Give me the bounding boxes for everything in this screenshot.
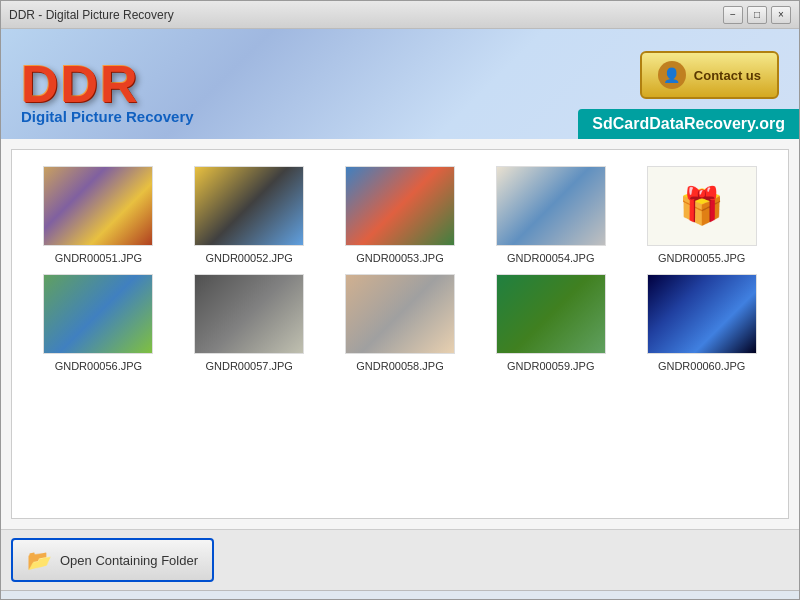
image-grid: GNDR00051.JPGGNDR00052.JPGGNDR00053.JPGG… [12, 150, 788, 388]
close-button[interactable]: × [771, 6, 791, 24]
image-thumbnail [345, 166, 455, 246]
image-thumbnail [43, 274, 153, 354]
header: DDR Digital Picture Recovery 👤 Contact u… [1, 29, 799, 139]
list-item[interactable]: 🎁GNDR00055.JPG [631, 166, 772, 264]
list-item[interactable]: GNDR00053.JPG [330, 166, 471, 264]
image-label: GNDR00059.JPG [507, 360, 594, 372]
image-thumbnail [496, 274, 606, 354]
image-thumbnail [194, 166, 304, 246]
image-thumbnail [647, 274, 757, 354]
open-folder-label: Open Containing Folder [60, 553, 198, 568]
list-item[interactable]: GNDR00058.JPG [330, 274, 471, 372]
list-item[interactable]: GNDR00056.JPG [28, 274, 169, 372]
list-item[interactable]: GNDR00054.JPG [480, 166, 621, 264]
image-label: GNDR00058.JPG [356, 360, 443, 372]
image-thumbnail [43, 166, 153, 246]
image-label: GNDR00060.JPG [658, 360, 745, 372]
minimize-button[interactable]: − [723, 6, 743, 24]
image-thumbnail [345, 274, 455, 354]
website-banner: SdCardDataRecovery.org [578, 109, 799, 139]
list-item[interactable]: GNDR00057.JPG [179, 274, 320, 372]
title-bar: DDR - Digital Picture Recovery − □ × [1, 1, 799, 29]
list-item[interactable]: GNDR00060.JPG [631, 274, 772, 372]
contact-button[interactable]: 👤 Contact us [640, 51, 779, 99]
folder-icon: 📂 [27, 548, 52, 572]
contact-label: Contact us [694, 68, 761, 83]
image-grid-container[interactable]: GNDR00051.JPGGNDR00052.JPGGNDR00053.JPGG… [11, 149, 789, 519]
list-item[interactable]: GNDR00052.JPG [179, 166, 320, 264]
image-label: GNDR00052.JPG [205, 252, 292, 264]
image-label: GNDR00053.JPG [356, 252, 443, 264]
list-item[interactable]: GNDR00059.JPG [480, 274, 621, 372]
status-bar: i To view the recovered Data, please cli… [1, 590, 799, 600]
image-label: GNDR00054.JPG [507, 252, 594, 264]
app-subtitle: Digital Picture Recovery [21, 108, 194, 125]
open-containing-folder-button[interactable]: 📂 Open Containing Folder [11, 538, 214, 582]
image-thumbnail [194, 274, 304, 354]
image-label: GNDR00055.JPG [658, 252, 745, 264]
main-content: GNDR00051.JPGGNDR00052.JPGGNDR00053.JPGG… [1, 139, 799, 529]
image-thumbnail: 🎁 [647, 166, 757, 246]
bottom-toolbar: 📂 Open Containing Folder [1, 529, 799, 590]
window-controls: − □ × [723, 6, 791, 24]
maximize-button[interactable]: □ [747, 6, 767, 24]
app-logo: DDR [21, 54, 140, 114]
image-label: GNDR00057.JPG [205, 360, 292, 372]
contact-icon: 👤 [658, 61, 686, 89]
window-title: DDR - Digital Picture Recovery [9, 8, 723, 22]
list-item[interactable]: GNDR00051.JPG [28, 166, 169, 264]
image-label: GNDR00051.JPG [55, 252, 142, 264]
image-label: GNDR00056.JPG [55, 360, 142, 372]
image-thumbnail [496, 166, 606, 246]
